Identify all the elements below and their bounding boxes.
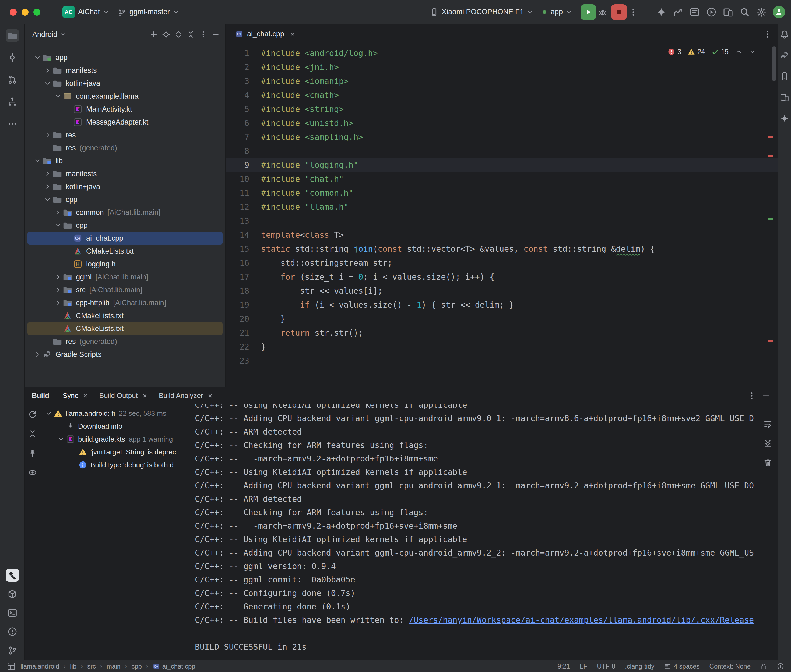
run-tests-button[interactable] (705, 6, 718, 19)
window-layout-icon[interactable] (7, 662, 16, 670)
project-widget[interactable]: AC AiChat (58, 4, 113, 21)
breadcrumb-llama-android[interactable]: llama.android (21, 662, 59, 670)
zoom-window-button[interactable] (34, 9, 40, 16)
run-button[interactable] (581, 4, 596, 20)
terminal-button[interactable] (6, 606, 19, 619)
debug-button[interactable] (596, 6, 609, 19)
problems-button[interactable] (6, 625, 19, 638)
profiler-button[interactable] (672, 6, 684, 19)
code-line-7[interactable]: 7#include <sampling.h> (226, 130, 778, 144)
clear-all-button[interactable] (761, 456, 774, 469)
tree-item-gradle-scripts[interactable]: Gradle Scripts (27, 348, 223, 361)
run-configuration-selector[interactable]: app (537, 6, 576, 18)
project-button[interactable] (6, 29, 19, 42)
collapse-all-button[interactable] (185, 29, 197, 40)
code-line-13[interactable]: 13 (226, 214, 778, 228)
tree-item-cpp[interactable]: cpp (27, 193, 223, 206)
search-everywhere-button[interactable] (738, 6, 751, 19)
build-tree-item-buildtype-debug-is-both-d[interactable]: BuildType 'debug' is both d (40, 459, 190, 471)
error-count[interactable]: 3 (668, 48, 681, 56)
breadcrumb-ai-chat-cpp[interactable]: C+ai_chat.cpp (152, 662, 196, 670)
version-control-button[interactable] (6, 644, 19, 657)
close-tab-icon[interactable] (141, 393, 148, 399)
tree-chevron-icon[interactable] (57, 435, 65, 443)
code-line-6[interactable]: 6#include <unistd.h> (226, 116, 778, 130)
build-tree-item-jvmtarget-string-is-deprec[interactable]: 'jvmTarget: String' is deprec (40, 446, 190, 459)
tree-chevron-icon[interactable] (54, 299, 62, 307)
tree-chevron-icon[interactable] (34, 350, 41, 358)
code-line-23[interactable]: 23 (226, 354, 778, 368)
inspections-widget[interactable]: 3 24 15 (668, 48, 756, 56)
tree-item-kotlin-java[interactable]: kotlin+java (27, 180, 223, 193)
tree-item-ggml[interactable]: ggml[AiChat.lib.main] (27, 270, 223, 283)
close-window-button[interactable] (10, 9, 17, 16)
settings-button[interactable] (755, 6, 768, 19)
previous-problem-icon[interactable] (735, 48, 742, 55)
scroll-to-end-button[interactable] (761, 437, 774, 450)
build-tree-item-llama-android-fi[interactable]: llama.android: fi22 sec, 583 ms (40, 407, 190, 420)
editor-scrollbar[interactable] (772, 46, 776, 81)
device-mirroring-button[interactable] (722, 6, 735, 19)
tree-item-com-example-llama[interactable]: com.example.llama (27, 90, 223, 103)
code-line-15[interactable]: 15static std::string join(const std::vec… (226, 242, 778, 256)
logcat-button[interactable] (688, 6, 701, 19)
tree-item-manifests[interactable]: manifests (27, 167, 223, 180)
tree-item-cpp-httplib[interactable]: cpp-httplib[AiChat.lib.main] (27, 296, 223, 309)
structure-button[interactable] (6, 95, 19, 108)
locate-file-button[interactable] (160, 29, 172, 40)
code-line-17[interactable]: 17 for (size_t i = 0; i < values.size();… (226, 270, 778, 284)
code-line-12[interactable]: 12#include "llama.h" (226, 200, 778, 214)
line-separator[interactable]: LF (580, 662, 587, 670)
tree-chevron-icon[interactable] (34, 157, 41, 165)
tab-options-button[interactable] (761, 28, 774, 41)
code-line-3[interactable]: 3#include <iomanip> (226, 74, 778, 88)
next-problem-icon[interactable] (749, 48, 756, 55)
build-console[interactable]: C/C++: -- Using KleidiAI optimized kerne… (190, 404, 778, 660)
panel-options-button[interactable] (745, 389, 758, 402)
error-stripe-mark[interactable] (768, 155, 773, 157)
build-tab-build-analyzer[interactable]: Build Analyzer (153, 387, 219, 404)
code-line-4[interactable]: 4#include <cmath> (226, 88, 778, 102)
tree-chevron-icon[interactable] (34, 54, 41, 61)
gemini-button[interactable] (779, 112, 791, 124)
gradle-button[interactable] (779, 50, 791, 61)
vcs-branch-widget[interactable]: ggml-master (113, 6, 183, 19)
code-line-2[interactable]: 2#include <jni.h> (226, 60, 778, 74)
soft-wrap-button[interactable] (761, 418, 774, 430)
build-tab-build-output[interactable]: Build Output (94, 387, 153, 404)
error-stripe-mark[interactable] (768, 136, 773, 138)
file-encoding[interactable]: UTF-8 (597, 662, 615, 670)
caret-position[interactable]: 9:21 (557, 662, 570, 670)
tree-chevron-icon[interactable] (54, 209, 62, 216)
panel-options-button[interactable] (197, 29, 209, 40)
indent-style[interactable]: 4 spaces (664, 662, 700, 670)
code-line-22[interactable]: 22} (226, 340, 778, 354)
device-selector[interactable]: Xiaomi POCOPHONE F1 (425, 6, 537, 19)
minimize-window-button[interactable] (21, 9, 29, 16)
tree-item-lib[interactable]: lib (27, 154, 223, 167)
notifications-button[interactable] (779, 29, 791, 40)
code-line-9[interactable]: 9#include "logging.h" (226, 158, 778, 172)
commit-button[interactable] (6, 51, 19, 64)
device-manager-button[interactable] (779, 70, 791, 82)
profile-avatar[interactable] (773, 6, 785, 18)
tree-item-kotlin-java[interactable]: kotlin+java (27, 77, 223, 90)
tree-item-logging-h[interactable]: Hlogging.h (27, 258, 223, 270)
tree-chevron-icon[interactable] (44, 196, 51, 203)
passed-count[interactable]: 15 (711, 48, 728, 56)
pull-requests-button[interactable] (6, 73, 19, 86)
warning-count[interactable]: 24 (688, 48, 705, 56)
code-line-20[interactable]: 20 } (226, 312, 778, 326)
re-sync-button[interactable] (27, 408, 39, 420)
tree-chevron-icon[interactable] (44, 67, 51, 74)
error-stripe-mark[interactable] (768, 340, 773, 342)
device-explorer-button[interactable] (6, 587, 19, 600)
file-path-link[interactable]: /Users/hanyin/Workspace/ai-chat/examples… (409, 615, 754, 625)
build-tree-item-download-info[interactable]: Download info (40, 420, 190, 433)
tree-chevron-icon[interactable] (44, 170, 51, 178)
build-tree-item-build-gradle-kts[interactable]: build.gradle.ktsapp 1 warning (40, 433, 190, 446)
tree-item-cmakelists-txt[interactable]: CMakeLists.txt (27, 322, 223, 335)
close-tab-icon[interactable] (82, 393, 88, 399)
preview-button[interactable] (27, 467, 39, 478)
breadcrumb-src[interactable]: src (87, 662, 96, 670)
